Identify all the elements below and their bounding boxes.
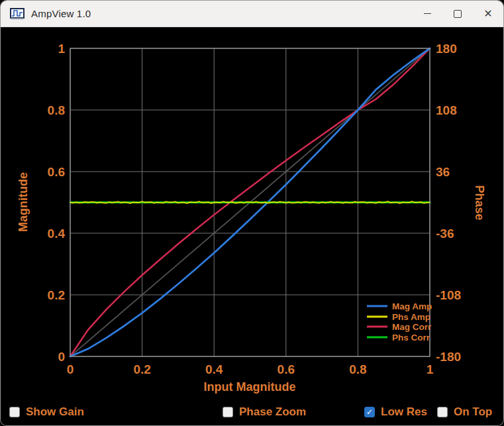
x-tick: 0.6 (277, 362, 295, 376)
y-right-tick: 180 (436, 42, 457, 56)
legend-label: Phs Amp (392, 312, 430, 322)
window-controls: ✕ (412, 1, 503, 27)
maximize-icon (454, 10, 462, 18)
y-right-tick: 36 (436, 165, 450, 179)
x-tick: 1 (427, 362, 434, 376)
legend-label: Mag Corr (392, 322, 432, 332)
chart-area: 1 0.8 0.6 0.4 0.2 0 180 108 36 -36 -108 … (1, 27, 504, 401)
app-icon (10, 8, 25, 20)
close-button[interactable]: ✕ (473, 1, 503, 27)
y-left-tick: 0.4 (48, 227, 66, 240)
app-window: AmpView 1.0 ✕ 1 0.8 0.6 0.4 0.2 0 180 10… (0, 0, 504, 426)
y-right-tick: -36 (436, 227, 454, 240)
checkbox-on-top[interactable]: On Top (437, 405, 492, 419)
y-left-tick: 0.8 (48, 103, 65, 117)
y-left-tick: 0.2 (48, 288, 65, 302)
y-left-tick: 1 (58, 42, 65, 56)
y-right-axis-label: Phase (473, 185, 486, 220)
show-gain-label: Show Gain (26, 405, 84, 419)
x-tick: 0.2 (133, 362, 150, 376)
maximize-button[interactable] (442, 1, 473, 27)
x-tick: 0 (67, 362, 74, 376)
checkbox-phase-zoom[interactable]: Phase Zoom (223, 405, 306, 419)
y-right-tick: -180 (436, 350, 461, 364)
close-icon: ✕ (483, 9, 492, 19)
y-left-tick: 0.6 (48, 165, 65, 179)
x-tick: 0.4 (205, 362, 223, 376)
minimize-icon (424, 13, 431, 14)
y-left-axis-label: Magnitude (17, 172, 30, 232)
on-top-checkbox-box (437, 407, 448, 417)
legend-label: Mag Amp (392, 301, 432, 311)
on-top-label: On Top (454, 405, 492, 419)
low-res-label: Low Res (381, 405, 427, 419)
x-tick: 0.8 (349, 362, 366, 376)
window-title: AmpView 1.0 (31, 8, 91, 19)
legend-label: Phs Corr (392, 333, 430, 343)
amp-chart: 1 0.8 0.6 0.4 0.2 0 180 108 36 -36 -108 … (1, 27, 504, 401)
x-axis-label: Input Magnitude (204, 380, 296, 394)
title-bar[interactable]: AmpView 1.0 ✕ (1, 1, 503, 27)
y-right-tick: -108 (436, 288, 461, 302)
chart-curves (70, 48, 430, 356)
controls-bar: Show Gain Phase Zoom ✓ Low Res On Top (1, 401, 504, 425)
phase-zoom-label: Phase Zoom (239, 405, 306, 419)
minimize-button[interactable] (412, 1, 442, 27)
low-res-checkbox-box: ✓ (364, 407, 375, 417)
checkbox-low-res[interactable]: ✓ Low Res (364, 405, 427, 419)
show-gain-checkbox-box (9, 407, 20, 417)
y-left-tick: 0 (58, 350, 65, 364)
checkbox-show-gain[interactable]: Show Gain (9, 405, 84, 419)
phase-zoom-checkbox-box (223, 407, 233, 417)
y-right-tick: 108 (436, 103, 457, 117)
chart-legend: Mag Amp Phs Amp Mag Corr Phs Corr (367, 301, 432, 343)
